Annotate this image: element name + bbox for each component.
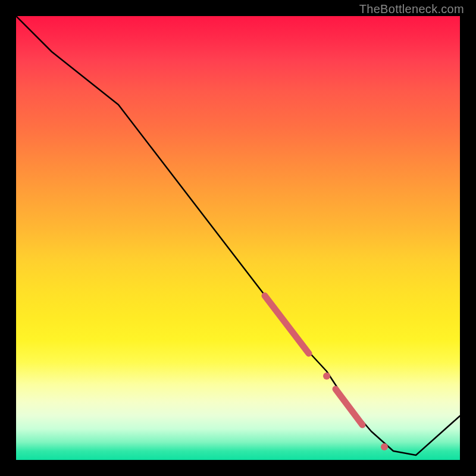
plot-area — [16, 16, 460, 460]
highlight-dot-2 — [381, 443, 388, 450]
watermark-text: TheBottleneck.com — [359, 2, 464, 16]
highlight-segment-2 — [336, 389, 362, 425]
highlight-segment-1 — [265, 296, 309, 353]
bottleneck-curve — [16, 16, 460, 455]
chart-svg — [16, 16, 460, 460]
highlight-dot-1 — [323, 372, 330, 380]
chart-container: TheBottleneck.com — [0, 0, 476, 476]
